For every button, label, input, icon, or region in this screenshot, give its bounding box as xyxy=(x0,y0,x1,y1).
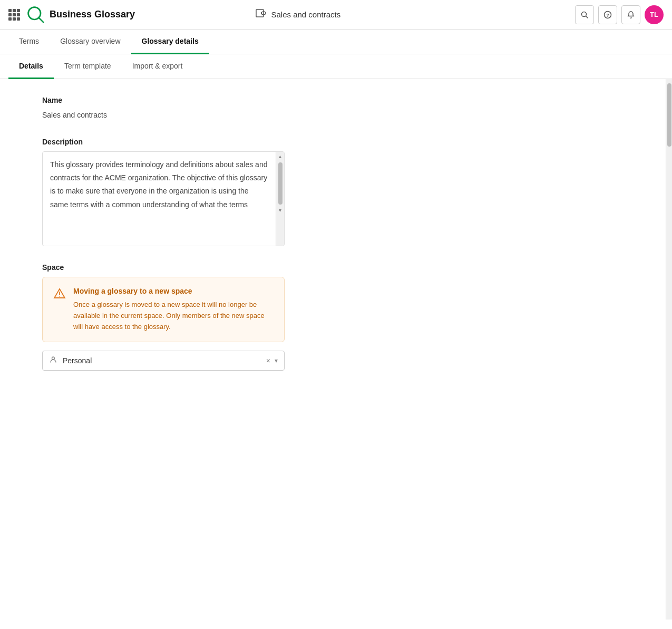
space-person-icon xyxy=(49,355,57,366)
space-clear-button[interactable]: × xyxy=(266,356,270,365)
tab-term-template[interactable]: Term template xyxy=(54,54,122,79)
help-button[interactable]: ? xyxy=(598,5,617,24)
warning-content: Moving a glossary to a new space Once a … xyxy=(73,287,274,332)
space-label: Space xyxy=(42,263,295,272)
svg-rect-2 xyxy=(256,9,264,17)
user-avatar[interactable]: TL xyxy=(645,5,664,24)
description-box[interactable]: This glossary provides terminology and d… xyxy=(42,151,285,246)
tab-glossary-details[interactable]: Glossary details xyxy=(131,30,209,54)
space-controls: × ▾ xyxy=(266,356,278,365)
svg-point-10 xyxy=(59,296,60,297)
tab-glossary-overview[interactable]: Glossary overview xyxy=(50,30,131,54)
description-scroll-thumb[interactable] xyxy=(278,162,283,205)
warning-text: Once a glossary is moved to a new space … xyxy=(73,299,274,332)
nav-glossary-name: Sales and contracts xyxy=(271,10,340,19)
name-label: Name xyxy=(42,96,295,104)
glossary-nav-icon xyxy=(255,7,267,22)
svg-point-11 xyxy=(52,357,55,360)
name-section: Name Sales and contracts xyxy=(42,96,295,121)
svg-text:?: ? xyxy=(606,13,609,18)
secondary-tabs: Details Term template Import & export xyxy=(0,54,672,79)
space-warning-box: Moving a glossary to a new space Once a … xyxy=(42,277,285,342)
content-wrapper: Name Sales and contracts Description Thi… xyxy=(0,79,672,620)
description-section: Description This glossary provides termi… xyxy=(42,138,295,246)
space-chevron-icon[interactable]: ▾ xyxy=(275,357,278,364)
description-scrollbar: ▲ ▼ xyxy=(276,152,284,246)
space-dropdown[interactable]: Personal × ▾ xyxy=(42,351,285,371)
search-button[interactable] xyxy=(575,5,594,24)
tab-terms[interactable]: Terms xyxy=(8,30,50,54)
tab-details[interactable]: Details xyxy=(8,54,54,79)
svg-line-6 xyxy=(586,16,588,18)
page-scrollbar-thumb[interactable] xyxy=(667,83,671,147)
space-name-value: Personal xyxy=(63,356,261,365)
nav-right: ? TL xyxy=(575,5,664,24)
app-title: Business Glossary xyxy=(50,9,135,20)
description-label: Description xyxy=(42,138,295,146)
tab-import-export[interactable]: Import & export xyxy=(122,54,193,79)
notifications-button[interactable] xyxy=(621,5,640,24)
svg-line-1 xyxy=(38,17,43,22)
description-scroll-up[interactable]: ▲ xyxy=(277,153,284,160)
description-text: This glossary provides terminology and d… xyxy=(43,152,276,246)
page-scrollbar[interactable] xyxy=(666,79,672,620)
warning-title: Moving a glossary to a new space xyxy=(73,287,274,295)
top-nav: Business Glossary Sales and contracts ? xyxy=(0,0,672,30)
warning-triangle-icon xyxy=(53,287,66,303)
primary-tabs: Terms Glossary overview Glossary details xyxy=(0,30,672,54)
description-scroll-down[interactable]: ▼ xyxy=(277,207,284,214)
name-value: Sales and contracts xyxy=(42,111,107,119)
space-section: Space Moving a glossary to a new space O… xyxy=(42,263,295,371)
apps-menu-icon[interactable] xyxy=(8,9,20,21)
qlik-logo: Business Glossary xyxy=(26,5,135,24)
main-content: Name Sales and contracts Description Thi… xyxy=(0,79,666,620)
nav-center: Sales and contracts xyxy=(255,7,340,22)
